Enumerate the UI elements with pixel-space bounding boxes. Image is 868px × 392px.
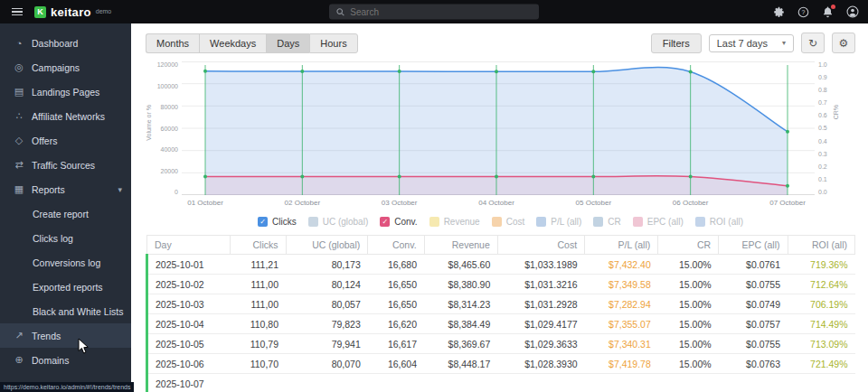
cell-cr: 15.00%: [658, 275, 719, 294]
cell-day: 2025-10-03: [147, 294, 231, 314]
y-tick-label: 40000: [161, 146, 178, 153]
chevron-down-icon: ▾: [118, 185, 122, 194]
y-axis-right: 1.00.90.80.70.60.50.40.30.20.10.0: [815, 61, 833, 195]
x-tick-label: 05 October: [576, 199, 612, 207]
tab-days[interactable]: Days: [266, 33, 309, 53]
sidebar-item-domains[interactable]: ⊕Domains: [0, 348, 131, 372]
sidebar-item-affiliate-networks[interactable]: ∴Affiliate Networks: [0, 104, 131, 128]
search-icon: [336, 7, 344, 16]
filters-button[interactable]: Filters: [651, 33, 702, 53]
y-tick-label: 60000: [161, 126, 178, 132]
cell-epc-all: $0.0749: [719, 294, 788, 314]
cell-epc-all: $0.0763: [719, 354, 788, 374]
hamburger-menu-icon[interactable]: [9, 5, 25, 19]
x-axis-labels: 01 October02 October03 October04 October…: [182, 199, 815, 210]
col-cr: CR: [658, 236, 719, 255]
sidebar-item-trends[interactable]: ↗Trends: [0, 323, 131, 348]
legend-item-cost[interactable]: Cost: [492, 217, 525, 227]
cell-epc-all: [719, 374, 788, 392]
sidebar-item-conversions-log[interactable]: Conversions log: [0, 250, 131, 275]
user-avatar-icon[interactable]: [846, 5, 859, 18]
chart-legend: ✓ClicksUC (global)✓Conv.RevenueCostP/L (…: [146, 217, 855, 227]
col-revenue: Revenue: [424, 236, 497, 255]
search-input[interactable]: [350, 7, 532, 17]
table-header-row: DayClicksUC (global)Conv.RevenueCostP/L …: [147, 236, 855, 255]
col-p-l-all: P/L (all): [585, 236, 658, 255]
sidebar-item-create-report[interactable]: Create report: [0, 201, 131, 226]
x-tick-label: 02 October: [285, 199, 321, 207]
sidebar-item-exported-reports[interactable]: Exported reports: [0, 275, 131, 299]
cell-uc-global: 80,173: [286, 255, 368, 275]
legend-item-cr[interactable]: CR: [593, 217, 620, 227]
cell-conv: 16,650: [368, 275, 424, 294]
legend-item-conv[interactable]: ✓Conv.: [380, 217, 417, 227]
brand-badge: demo: [96, 8, 112, 14]
sidebar-item-traffic-sources[interactable]: ⇄Traffic Sources: [0, 153, 131, 177]
legend-item-revenue[interactable]: Revenue: [429, 217, 480, 227]
tab-weekdays[interactable]: Weekdays: [199, 33, 266, 53]
table-row: 2025-10-03111,0080,05716,650$8,314.23$1,…: [147, 294, 855, 314]
notifications-bell-icon[interactable]: [822, 6, 834, 18]
cell-roi-all: 712.64%: [788, 275, 854, 294]
traffic-icon: ⇄: [12, 159, 26, 171]
legend-item-uc-global[interactable]: UC (global): [308, 217, 369, 227]
main-content: MonthsWeekdaysDaysHours Filters Last 7 d…: [131, 23, 868, 392]
sidebar-item-offers[interactable]: ◇Offers: [0, 128, 131, 153]
offers-icon: ◇: [12, 135, 26, 146]
help-icon[interactable]: ?: [797, 6, 809, 18]
cell-clicks: [231, 374, 286, 392]
legend-checkbox: [593, 217, 603, 227]
col-conv: Conv.: [368, 236, 424, 255]
legend-item-epc-all[interactable]: EPC (all): [633, 217, 684, 227]
y-tick-label: 80000: [161, 104, 178, 110]
brand-logo[interactable]: K keitaro demo: [34, 5, 111, 19]
sidebar-item-dashboard[interactable]: ◔Dashboard: [0, 31, 131, 55]
sidebar-item-campaigns[interactable]: ◎Campaigns: [0, 55, 131, 79]
date-range-select[interactable]: Last 7 days ▾: [709, 34, 794, 52]
table-row: 2025-10-02111,0080,12416,650$8,380.90$1,…: [147, 275, 855, 294]
y2-tick-label: 0.4: [818, 138, 833, 145]
sidebar-item-label: Black and White Lists: [33, 306, 123, 317]
sidebar-item-clicks-log[interactable]: Clicks log: [0, 226, 131, 250]
legend-item-roi-all[interactable]: ROI (all): [695, 217, 743, 227]
cell-uc-global: 79,941: [286, 334, 368, 354]
y-tick-label: 0: [175, 189, 178, 195]
cell-cost: $1,029.4177: [497, 314, 584, 334]
sidebar-item-black-and-white-lists[interactable]: Black and White Lists: [0, 299, 131, 323]
table-row: 2025-10-07: [147, 374, 855, 392]
tab-hours[interactable]: Hours: [309, 33, 357, 53]
y-axis-left: 120000100000800006000040000200000: [155, 61, 182, 195]
cell-clicks: 111,21: [231, 255, 286, 275]
settings-gear-icon[interactable]: [773, 6, 785, 18]
legend-checkbox: [695, 217, 705, 227]
sidebar-item-label: Trends: [32, 331, 61, 341]
legend-checkbox: [633, 217, 643, 227]
cell-cr: [658, 374, 719, 392]
cell-revenue: $8,380.90: [424, 275, 497, 294]
cell-day: 2025-10-04: [147, 314, 231, 334]
x-tick-label: 07 October: [769, 199, 806, 207]
cell-cost: $1,029.3633: [497, 334, 584, 354]
legend-item-clicks[interactable]: ✓Clicks: [258, 217, 297, 227]
cell-p-l-all: $7,282.94: [585, 294, 658, 314]
trends-icon: ↗: [12, 330, 26, 341]
y2-axis-title: CR%: [833, 105, 842, 119]
sidebar-item-landings-pages[interactable]: ▤Landings Pages: [0, 79, 131, 104]
cell-conv: 16,650: [368, 294, 424, 314]
tab-months[interactable]: Months: [146, 33, 199, 53]
col-cost: Cost: [497, 236, 584, 255]
dashboard-icon: ◔: [12, 38, 26, 49]
table-row: 2025-10-01111,2180,17316,680$8,465.60$1,…: [147, 255, 855, 275]
sidebar-item-label: Landings Pages: [32, 87, 99, 98]
cell-p-l-all: $7,340.31: [585, 334, 658, 354]
sidebar-item-reports[interactable]: ▦Reports▾: [0, 177, 131, 201]
search-bar[interactable]: [329, 5, 539, 20]
refresh-button[interactable]: ↻: [801, 33, 825, 53]
report-settings-button[interactable]: ⚙: [832, 33, 855, 53]
cell-uc-global: 80,057: [286, 294, 368, 314]
legend-item-p-l-all[interactable]: P/L (all): [536, 217, 581, 227]
cell-epc-all: $0.0757: [719, 314, 788, 334]
cell-cost: [497, 374, 584, 392]
cell-conv: [368, 374, 424, 392]
cell-revenue: $8,314.23: [424, 294, 497, 314]
